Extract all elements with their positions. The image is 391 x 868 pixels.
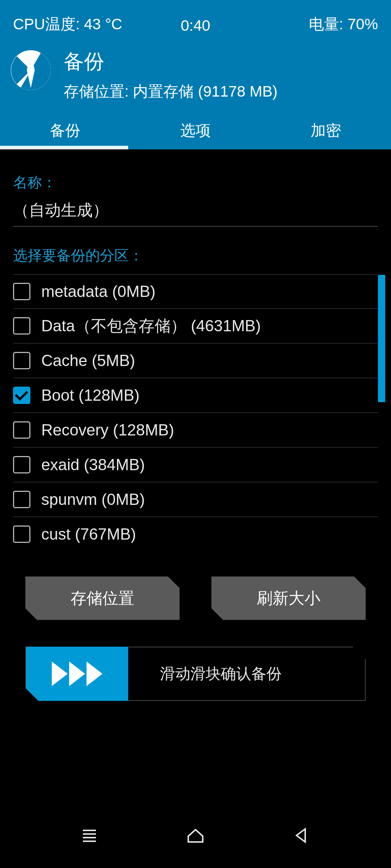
- partitions-label: 选择要备份的分区：: [13, 246, 378, 265]
- content-area: 名称： （自动生成） 选择要备份的分区： metadata (0MB)Data（…: [0, 173, 391, 825]
- battery-level: 电量: 70%: [210, 14, 378, 34]
- system-nav-bar: [0, 803, 391, 868]
- partition-label: cust (767MB): [41, 525, 136, 543]
- name-label: 名称：: [13, 173, 378, 192]
- scrollbar-thumb[interactable]: [378, 275, 385, 402]
- partition-checkbox[interactable]: [13, 317, 30, 335]
- swipe-handle[interactable]: [26, 647, 128, 701]
- partition-label: Boot (128MB): [41, 386, 139, 404]
- tab-encrypt[interactable]: 加密: [261, 112, 391, 149]
- partition-row[interactable]: Data（不包含存储） (4631MB): [13, 309, 378, 344]
- partition-checkbox[interactable]: [13, 352, 30, 369]
- arrow-right-icon: [69, 661, 85, 686]
- tab-backup[interactable]: 备份: [0, 112, 130, 149]
- cpu-temp: CPU温度: 43 °C: [13, 14, 181, 34]
- partition-row[interactable]: Recovery (128MB): [13, 413, 378, 448]
- tab-options[interactable]: 选项: [130, 112, 261, 149]
- home-icon[interactable]: [185, 825, 206, 846]
- partition-row[interactable]: exaid (384MB): [13, 448, 378, 482]
- partition-row[interactable]: Boot (128MB): [13, 378, 378, 413]
- swipe-confirm[interactable]: 滑动滑块确认备份: [25, 647, 366, 701]
- partition-list[interactable]: metadata (0MB)Data（不包含存储） (4631MB)Cache …: [13, 274, 378, 550]
- storage-button[interactable]: 存储位置: [25, 576, 180, 620]
- partition-row[interactable]: spunvm (0MB): [13, 482, 378, 517]
- partition-label: Data（不包含存储） (4631MB): [41, 315, 261, 337]
- partition-checkbox[interactable]: [13, 491, 30, 508]
- arrow-right-icon: [87, 661, 102, 686]
- status-bar: CPU温度: 43 °C 0:40 电量: 70%: [0, 0, 391, 41]
- partition-label: Recovery (128MB): [41, 421, 174, 439]
- partition-checkbox[interactable]: [13, 456, 30, 473]
- partition-checkbox[interactable]: [13, 526, 30, 543]
- recents-icon[interactable]: [79, 825, 100, 846]
- partition-label: metadata (0MB): [41, 282, 155, 301]
- storage-info: 存储位置: 内置存储 (91178 MB): [64, 81, 277, 102]
- refresh-size-button[interactable]: 刷新大小: [211, 576, 366, 620]
- page-title: 备份: [64, 48, 277, 76]
- partition-label: spunvm (0MB): [41, 490, 145, 509]
- partition-row[interactable]: metadata (0MB): [13, 274, 378, 309]
- tab-bar: 备份 选项 加密: [0, 112, 391, 149]
- partition-checkbox[interactable]: [13, 283, 30, 300]
- app-header: 备份 存储位置: 内置存储 (91178 MB): [0, 41, 391, 112]
- partition-row[interactable]: Cache (5MB): [13, 344, 378, 378]
- clock: 0:40: [181, 17, 210, 34]
- partition-label: exaid (384MB): [41, 456, 145, 474]
- name-input[interactable]: （自动生成）: [13, 200, 378, 227]
- partition-checkbox[interactable]: [13, 387, 30, 404]
- partition-label: Cache (5MB): [41, 352, 135, 370]
- arrow-right-icon: [52, 661, 68, 686]
- back-icon[interactable]: [291, 825, 312, 846]
- twrp-logo-icon: [11, 50, 51, 90]
- partition-checkbox[interactable]: [13, 421, 30, 439]
- partition-row[interactable]: cust (767MB): [13, 517, 378, 550]
